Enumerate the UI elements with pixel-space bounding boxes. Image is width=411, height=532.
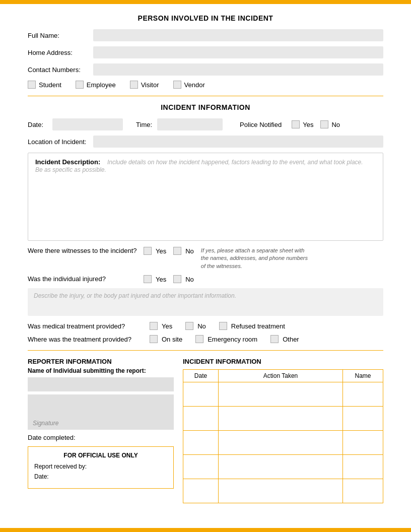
location-input[interactable] — [93, 136, 383, 148]
top-bar — [0, 0, 411, 4]
col-date: Date — [183, 370, 219, 382]
person-section: PERSON INVOLVED IN THE INCIDENT Full Nam… — [28, 14, 383, 89]
full-name-input[interactable] — [93, 29, 383, 41]
other-label: Other — [283, 336, 299, 343]
row1-date[interactable] — [183, 382, 219, 407]
bottom-section: REPORTER INFORMATION Name of Individual … — [28, 358, 383, 503]
signature-label: Signature — [33, 420, 58, 427]
visitor-label: Visitor — [141, 81, 159, 89]
reporter-name-input[interactable] — [28, 377, 174, 391]
emergency-checkbox[interactable] — [195, 335, 203, 343]
signature-box[interactable]: Signature — [28, 394, 174, 430]
injury-textarea[interactable]: Describe the injury, or the body part in… — [28, 288, 383, 316]
col-name: Name — [343, 370, 383, 382]
time-label: Time: — [136, 121, 152, 128]
other-group: Other — [270, 335, 299, 343]
reporter-col: REPORTER INFORMATION Name of Individual … — [28, 358, 174, 503]
table-row — [183, 431, 383, 455]
row3-date[interactable] — [183, 431, 219, 455]
date-label: Date: — [28, 121, 43, 128]
location-label: Location of Incident: — [28, 138, 93, 146]
medical-no-checkbox[interactable] — [185, 322, 193, 330]
reporter-title: REPORTER INFORMATION — [28, 358, 174, 365]
table-row — [183, 455, 383, 479]
vendor-checkbox[interactable] — [173, 81, 181, 89]
employee-checkbox[interactable] — [76, 81, 84, 89]
visitor-checkbox-item[interactable]: Visitor — [130, 81, 159, 89]
date-completed-row: Date completed: — [28, 434, 174, 441]
other-checkbox[interactable] — [270, 335, 279, 343]
employee-checkbox-item[interactable]: Employee — [76, 81, 116, 89]
row5-name[interactable] — [343, 479, 383, 503]
row1-action[interactable] — [219, 382, 343, 407]
police-yes-checkbox[interactable] — [292, 120, 300, 128]
received-by-row: Report received by: — [34, 463, 167, 470]
incident-action-col: INCIDENT INFORMATION Date Action Taken N… — [183, 358, 383, 503]
date-input[interactable] — [52, 118, 123, 130]
injured-no-group: No — [173, 275, 194, 283]
injured-no-checkbox[interactable] — [173, 275, 181, 283]
action-table: Date Action Taken Name — [183, 369, 383, 503]
person-type-checkboxes: Student Employee Visitor Vendor — [28, 81, 383, 89]
witnesses-no-group: No — [173, 247, 194, 255]
contact-numbers-input[interactable] — [93, 63, 383, 76]
home-address-label: Home Address: — [28, 49, 93, 56]
police-yes-label: Yes — [303, 121, 313, 128]
action-section-title: INCIDENT INFORMATION — [183, 358, 383, 365]
row4-date[interactable] — [183, 455, 219, 479]
police-notified-label: Police Notified — [240, 121, 282, 128]
official-use-box: FOR OFFICIAL USE ONLY Report received by… — [28, 446, 174, 489]
row2-name[interactable] — [343, 407, 383, 431]
injured-row: Was the individual injured? Yes No — [28, 275, 383, 283]
police-no-checkbox[interactable] — [320, 120, 328, 128]
divider-1 — [28, 96, 383, 96]
injured-no-label: No — [185, 276, 194, 283]
bottom-bar — [0, 528, 411, 532]
row2-date[interactable] — [183, 407, 219, 431]
refused-label: Refused treatment — [231, 322, 285, 330]
official-date-label: Date: — [34, 473, 49, 480]
witnesses-yes-checkbox[interactable] — [144, 247, 152, 255]
injured-yes-checkbox[interactable] — [144, 275, 152, 283]
official-date-row: Date: — [34, 473, 167, 480]
row2-action[interactable] — [219, 407, 343, 431]
official-title: FOR OFFICIAL USE ONLY — [34, 452, 167, 459]
student-checkbox[interactable] — [28, 81, 36, 89]
time-input[interactable] — [157, 118, 223, 130]
medical-yes-checkbox[interactable] — [150, 322, 158, 330]
row5-date[interactable] — [183, 479, 219, 503]
received-by-label: Report received by: — [34, 463, 87, 470]
witnesses-note: If yes, please attach a separate sheet w… — [201, 247, 312, 270]
table-row — [183, 382, 383, 407]
witnesses-no-label: No — [185, 247, 194, 255]
row4-action[interactable] — [219, 455, 343, 479]
col-action: Action Taken — [219, 370, 343, 382]
row5-action[interactable] — [219, 479, 343, 503]
where-treatment-row: Where was the treatment provided? On sit… — [28, 335, 383, 343]
full-name-row: Full Name: — [28, 29, 383, 41]
refused-checkbox[interactable] — [219, 322, 227, 330]
row1-name[interactable] — [343, 382, 383, 407]
onsite-group: On site — [150, 335, 182, 343]
injury-placeholder: Describe the injury, or the body part in… — [34, 292, 236, 299]
desc-placeholder-2: Be as specific as possible. — [35, 166, 106, 173]
row3-action[interactable] — [219, 431, 343, 455]
witnesses-no-checkbox[interactable] — [173, 247, 181, 255]
refused-group: Refused treatment — [219, 322, 285, 330]
row4-name[interactable] — [343, 455, 383, 479]
description-box[interactable]: Incident Description: Include details on… — [28, 153, 383, 241]
home-address-row: Home Address: — [28, 46, 383, 58]
table-row — [183, 479, 383, 503]
visitor-checkbox[interactable] — [130, 81, 138, 89]
vendor-label: Vendor — [184, 81, 205, 89]
onsite-checkbox[interactable] — [150, 335, 158, 343]
injured-yes-label: Yes — [156, 276, 166, 283]
employee-label: Employee — [87, 81, 116, 89]
student-checkbox-item[interactable]: Student — [28, 81, 61, 89]
contact-numbers-label: Contact Numbers: — [28, 66, 93, 74]
date-completed-label: Date completed: — [28, 434, 76, 441]
vendor-checkbox-item[interactable]: Vendor — [173, 81, 205, 89]
medical-yes-group: Yes — [150, 322, 172, 330]
row3-name[interactable] — [343, 431, 383, 455]
home-address-input[interactable] — [93, 46, 383, 58]
